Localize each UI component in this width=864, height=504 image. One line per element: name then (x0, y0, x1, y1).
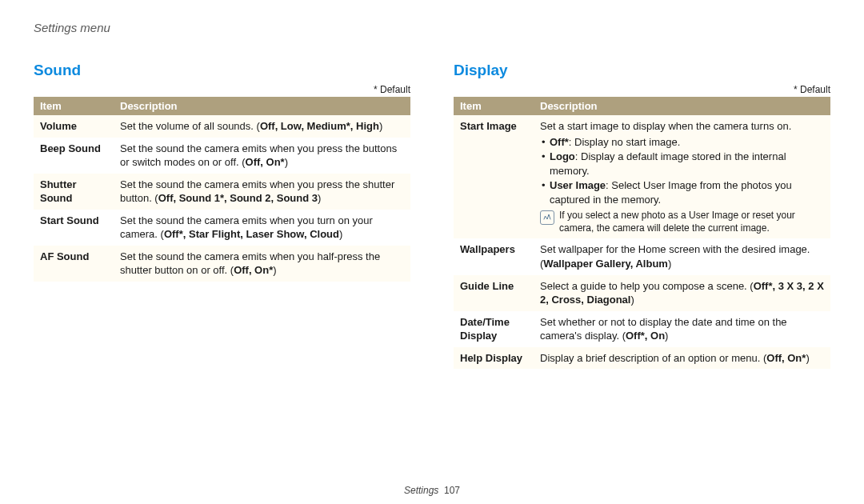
item-cell: AF Sound (34, 246, 114, 282)
table-row: Start Image Set a start image to display… (454, 115, 830, 238)
breadcrumb: Settings menu (34, 21, 830, 34)
note-icon (540, 210, 554, 225)
desc-cell: Set a start image to display when the ca… (534, 115, 830, 238)
col-header-description: Description (114, 97, 410, 115)
note-text: If you select a new photo as a User Imag… (559, 210, 824, 234)
table-row: Guide Line Select a guide to help you co… (454, 275, 830, 311)
page-root: Settings menu Sound * Default Item Descr… (0, 0, 864, 504)
sound-section: Sound * Default Item Description Volume … (34, 62, 410, 369)
display-section: Display * Default Item Description Start… (454, 62, 830, 369)
sound-table: Item Description Volume Set the volume o… (34, 97, 410, 282)
table-row: Shutter Sound Set the sound the camera e… (34, 174, 410, 210)
item-cell: Volume (34, 115, 114, 138)
start-image-bullets: Off*: Display no start image. Logo: Disp… (540, 135, 824, 207)
table-row: AF Sound Set the sound the camera emits … (34, 246, 410, 282)
desc-cell: Set whether or not to display the date a… (534, 311, 830, 347)
desc-cell: Select a guide to help you compose a sce… (534, 275, 830, 311)
item-cell: Start Sound (34, 210, 114, 246)
list-item: Off*: Display no start image. (540, 135, 824, 150)
display-default-note: * Default (454, 84, 830, 95)
display-table: Item Description Start Image Set a start… (454, 97, 830, 369)
col-header-item: Item (454, 97, 534, 115)
desc-cell: Set the sound the camera emits when you … (114, 246, 410, 282)
desc-cell: Set the volume of all sounds. (Off, Low,… (114, 115, 410, 138)
sound-heading: Sound (34, 62, 410, 79)
list-item: User Image: Select User Image from the p… (540, 178, 824, 206)
item-cell: Help Display (454, 347, 534, 370)
item-cell: Beep Sound (34, 138, 114, 174)
footer-section: Settings (404, 485, 438, 496)
desc-cell: Set the sound the camera emits when you … (114, 138, 410, 174)
col-header-description: Description (534, 97, 830, 115)
table-row: Wallpapers Set wallpaper for the Home sc… (454, 238, 830, 274)
table-row: Start Sound Set the sound the camera emi… (34, 210, 410, 246)
start-image-intro: Set a start image to display when the ca… (540, 120, 791, 132)
table-row: Beep Sound Set the sound the camera emit… (34, 138, 410, 174)
start-image-note: If you select a new photo as a User Imag… (540, 210, 824, 234)
display-heading: Display (454, 62, 830, 79)
table-row: Volume Set the volume of all sounds. (Of… (34, 115, 410, 138)
item-cell: Shutter Sound (34, 174, 114, 210)
desc-cell: Display a brief description of an option… (534, 347, 830, 370)
sound-default-note: * Default (34, 84, 410, 95)
desc-cell: Set the sound the camera emits when you … (114, 210, 410, 246)
item-cell: Start Image (454, 115, 534, 238)
item-cell: Wallpapers (454, 238, 534, 274)
table-row: Help Display Display a brief description… (454, 347, 830, 370)
desc-cell: Set the sound the camera emits when you … (114, 174, 410, 210)
footer-page: 107 (444, 485, 460, 496)
page-footer: Settings 107 (0, 485, 864, 496)
desc-cell: Set wallpaper for the Home screen with t… (534, 238, 830, 274)
list-item: Logo: Display a default image stored in … (540, 150, 824, 178)
col-header-item: Item (34, 97, 114, 115)
item-cell: Guide Line (454, 275, 534, 311)
table-row: Date/Time Display Set whether or not to … (454, 311, 830, 347)
item-cell: Date/Time Display (454, 311, 534, 347)
content-columns: Sound * Default Item Description Volume … (34, 62, 830, 369)
